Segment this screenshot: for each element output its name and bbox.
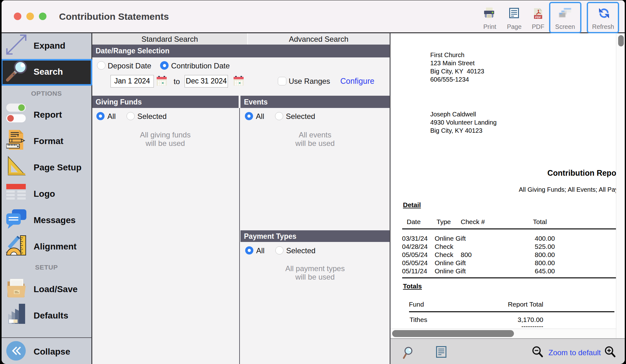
svg-text:PDF: PDF [535, 15, 541, 19]
